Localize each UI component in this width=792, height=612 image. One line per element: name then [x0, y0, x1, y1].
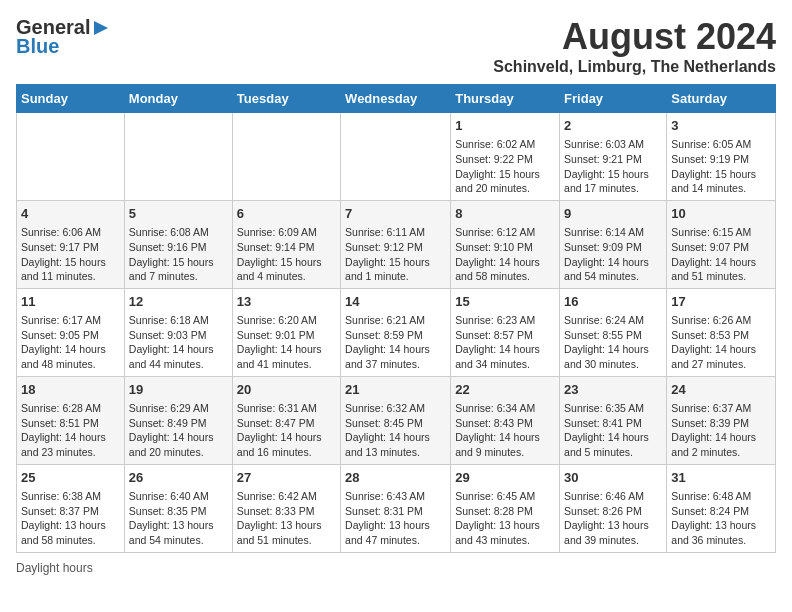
calendar-cell: 23Sunrise: 6:35 AM Sunset: 8:41 PM Dayli… — [560, 376, 667, 464]
day-info: Sunrise: 6:12 AM Sunset: 9:10 PM Dayligh… — [455, 225, 555, 284]
calendar-cell: 2Sunrise: 6:03 AM Sunset: 9:21 PM Daylig… — [560, 113, 667, 201]
day-number: 27 — [237, 469, 336, 487]
day-info: Sunrise: 6:09 AM Sunset: 9:14 PM Dayligh… — [237, 225, 336, 284]
calendar-cell: 27Sunrise: 6:42 AM Sunset: 8:33 PM Dayli… — [232, 464, 340, 552]
calendar-cell: 5Sunrise: 6:08 AM Sunset: 9:16 PM Daylig… — [124, 200, 232, 288]
day-number: 29 — [455, 469, 555, 487]
day-info: Sunrise: 6:24 AM Sunset: 8:55 PM Dayligh… — [564, 313, 662, 372]
weekday-header-row: SundayMondayTuesdayWednesdayThursdayFrid… — [17, 85, 776, 113]
weekday-header-friday: Friday — [560, 85, 667, 113]
day-info: Sunrise: 6:26 AM Sunset: 8:53 PM Dayligh… — [671, 313, 771, 372]
day-number: 6 — [237, 205, 336, 223]
calendar-cell: 14Sunrise: 6:21 AM Sunset: 8:59 PM Dayli… — [341, 288, 451, 376]
logo: General Blue — [16, 16, 110, 58]
day-info: Sunrise: 6:08 AM Sunset: 9:16 PM Dayligh… — [129, 225, 228, 284]
calendar-cell: 15Sunrise: 6:23 AM Sunset: 8:57 PM Dayli… — [451, 288, 560, 376]
day-number: 20 — [237, 381, 336, 399]
day-info: Sunrise: 6:45 AM Sunset: 8:28 PM Dayligh… — [455, 489, 555, 548]
calendar-cell — [232, 113, 340, 201]
day-info: Sunrise: 6:34 AM Sunset: 8:43 PM Dayligh… — [455, 401, 555, 460]
day-info: Sunrise: 6:17 AM Sunset: 9:05 PM Dayligh… — [21, 313, 120, 372]
calendar-cell: 12Sunrise: 6:18 AM Sunset: 9:03 PM Dayli… — [124, 288, 232, 376]
calendar-week-row: 4Sunrise: 6:06 AM Sunset: 9:17 PM Daylig… — [17, 200, 776, 288]
day-number: 26 — [129, 469, 228, 487]
calendar-week-row: 18Sunrise: 6:28 AM Sunset: 8:51 PM Dayli… — [17, 376, 776, 464]
day-number: 23 — [564, 381, 662, 399]
day-info: Sunrise: 6:48 AM Sunset: 8:24 PM Dayligh… — [671, 489, 771, 548]
day-number: 30 — [564, 469, 662, 487]
calendar-cell: 22Sunrise: 6:34 AM Sunset: 8:43 PM Dayli… — [451, 376, 560, 464]
calendar-cell: 28Sunrise: 6:43 AM Sunset: 8:31 PM Dayli… — [341, 464, 451, 552]
day-number: 25 — [21, 469, 120, 487]
day-info: Sunrise: 6:15 AM Sunset: 9:07 PM Dayligh… — [671, 225, 771, 284]
calendar-week-row: 25Sunrise: 6:38 AM Sunset: 8:37 PM Dayli… — [17, 464, 776, 552]
header: General Blue August 2024 Schinveld, Limb… — [16, 16, 776, 76]
day-number: 10 — [671, 205, 771, 223]
day-number: 24 — [671, 381, 771, 399]
day-number: 14 — [345, 293, 446, 311]
calendar-cell: 8Sunrise: 6:12 AM Sunset: 9:10 PM Daylig… — [451, 200, 560, 288]
day-info: Sunrise: 6:18 AM Sunset: 9:03 PM Dayligh… — [129, 313, 228, 372]
day-info: Sunrise: 6:03 AM Sunset: 9:21 PM Dayligh… — [564, 137, 662, 196]
calendar-week-row: 1Sunrise: 6:02 AM Sunset: 9:22 PM Daylig… — [17, 113, 776, 201]
calendar-cell: 7Sunrise: 6:11 AM Sunset: 9:12 PM Daylig… — [341, 200, 451, 288]
calendar-cell: 19Sunrise: 6:29 AM Sunset: 8:49 PM Dayli… — [124, 376, 232, 464]
day-info: Sunrise: 6:23 AM Sunset: 8:57 PM Dayligh… — [455, 313, 555, 372]
day-number: 28 — [345, 469, 446, 487]
day-number: 22 — [455, 381, 555, 399]
day-info: Sunrise: 6:21 AM Sunset: 8:59 PM Dayligh… — [345, 313, 446, 372]
title-area: August 2024 Schinveld, Limburg, The Neth… — [493, 16, 776, 76]
weekday-header-sunday: Sunday — [17, 85, 125, 113]
day-number: 15 — [455, 293, 555, 311]
calendar-week-row: 11Sunrise: 6:17 AM Sunset: 9:05 PM Dayli… — [17, 288, 776, 376]
day-number: 13 — [237, 293, 336, 311]
calendar-cell: 10Sunrise: 6:15 AM Sunset: 9:07 PM Dayli… — [667, 200, 776, 288]
day-number: 18 — [21, 381, 120, 399]
calendar-cell — [341, 113, 451, 201]
day-number: 4 — [21, 205, 120, 223]
day-number: 5 — [129, 205, 228, 223]
day-info: Sunrise: 6:02 AM Sunset: 9:22 PM Dayligh… — [455, 137, 555, 196]
calendar-cell: 20Sunrise: 6:31 AM Sunset: 8:47 PM Dayli… — [232, 376, 340, 464]
calendar-cell: 11Sunrise: 6:17 AM Sunset: 9:05 PM Dayli… — [17, 288, 125, 376]
day-info: Sunrise: 6:40 AM Sunset: 8:35 PM Dayligh… — [129, 489, 228, 548]
day-number: 8 — [455, 205, 555, 223]
day-info: Sunrise: 6:37 AM Sunset: 8:39 PM Dayligh… — [671, 401, 771, 460]
day-number: 17 — [671, 293, 771, 311]
logo-flag-icon — [92, 19, 110, 37]
daylight-label: Daylight hours — [16, 561, 93, 575]
calendar-cell: 26Sunrise: 6:40 AM Sunset: 8:35 PM Dayli… — [124, 464, 232, 552]
calendar-cell: 18Sunrise: 6:28 AM Sunset: 8:51 PM Dayli… — [17, 376, 125, 464]
day-number: 1 — [455, 117, 555, 135]
weekday-header-monday: Monday — [124, 85, 232, 113]
calendar-cell: 24Sunrise: 6:37 AM Sunset: 8:39 PM Dayli… — [667, 376, 776, 464]
calendar-cell: 6Sunrise: 6:09 AM Sunset: 9:14 PM Daylig… — [232, 200, 340, 288]
day-number: 9 — [564, 205, 662, 223]
calendar-cell: 9Sunrise: 6:14 AM Sunset: 9:09 PM Daylig… — [560, 200, 667, 288]
day-number: 16 — [564, 293, 662, 311]
weekday-header-tuesday: Tuesday — [232, 85, 340, 113]
day-info: Sunrise: 6:46 AM Sunset: 8:26 PM Dayligh… — [564, 489, 662, 548]
day-info: Sunrise: 6:20 AM Sunset: 9:01 PM Dayligh… — [237, 313, 336, 372]
calendar-cell — [17, 113, 125, 201]
footer: Daylight hours — [16, 561, 776, 575]
calendar-cell: 25Sunrise: 6:38 AM Sunset: 8:37 PM Dayli… — [17, 464, 125, 552]
weekday-header-wednesday: Wednesday — [341, 85, 451, 113]
month-year-title: August 2024 — [493, 16, 776, 58]
day-number: 19 — [129, 381, 228, 399]
day-info: Sunrise: 6:14 AM Sunset: 9:09 PM Dayligh… — [564, 225, 662, 284]
day-info: Sunrise: 6:31 AM Sunset: 8:47 PM Dayligh… — [237, 401, 336, 460]
calendar-cell — [124, 113, 232, 201]
calendar-cell: 17Sunrise: 6:26 AM Sunset: 8:53 PM Dayli… — [667, 288, 776, 376]
day-info: Sunrise: 6:38 AM Sunset: 8:37 PM Dayligh… — [21, 489, 120, 548]
day-info: Sunrise: 6:29 AM Sunset: 8:49 PM Dayligh… — [129, 401, 228, 460]
day-info: Sunrise: 6:05 AM Sunset: 9:19 PM Dayligh… — [671, 137, 771, 196]
day-number: 21 — [345, 381, 446, 399]
svg-marker-0 — [94, 21, 108, 35]
calendar-cell: 29Sunrise: 6:45 AM Sunset: 8:28 PM Dayli… — [451, 464, 560, 552]
calendar-cell: 3Sunrise: 6:05 AM Sunset: 9:19 PM Daylig… — [667, 113, 776, 201]
day-number: 2 — [564, 117, 662, 135]
day-number: 3 — [671, 117, 771, 135]
day-number: 12 — [129, 293, 228, 311]
day-info: Sunrise: 6:35 AM Sunset: 8:41 PM Dayligh… — [564, 401, 662, 460]
